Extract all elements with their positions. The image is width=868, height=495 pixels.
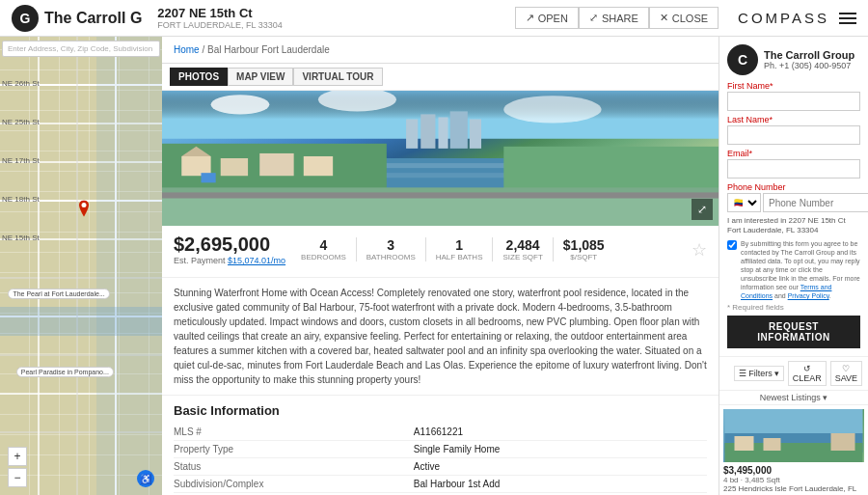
phone-field: Phone Number 🇨🇴 +57 — [727, 182, 860, 212]
svg-rect-24 — [450, 111, 468, 148]
consent-checkbox[interactable] — [727, 240, 737, 250]
phone-input[interactable] — [763, 193, 868, 212]
stat-bedrooms: 4 BEDROOMS — [301, 237, 357, 261]
agent-header: C The Carroll Group Ph. +1 (305) 400-950… — [727, 44, 860, 75]
sort-chevron-icon: ▾ — [823, 393, 827, 402]
svg-rect-45 — [831, 433, 855, 451]
photo-tabs: PHOTOS MAP VIEW VIRTUAL TOUR — [162, 64, 719, 91]
right-sidebar: C The Carroll Group Ph. +1 (305) 400-950… — [719, 37, 868, 495]
zoom-in-button[interactable]: + — [8, 447, 27, 466]
breadcrumb-home[interactable]: Home — [174, 44, 200, 55]
listing-stats: 4 bd · 3,485 Sqft — [723, 476, 864, 484]
map-label-ne17: NE 17th St — [2, 156, 40, 165]
main-content: NE 26th St NE 25th St NE 17th St NE 18th… — [0, 37, 868, 495]
aerial-photo — [162, 91, 719, 226]
tab-photos[interactable]: PHOTOS — [170, 68, 228, 86]
phone-row: 🇨🇴 +57 — [727, 193, 860, 212]
svg-rect-22 — [420, 114, 435, 148]
request-info-button[interactable]: REQUEST INFORMATION — [727, 316, 860, 348]
stat-half-baths: 1 HALF BATHS — [426, 237, 494, 261]
favorite-star-button[interactable]: ☆ — [692, 239, 707, 261]
interest-text: I am interested in 2207 NE 15th Ct Fort … — [727, 216, 860, 236]
header-address: 2207 NE 15th Ct FORT LAUDERDALE, FL 3330… — [157, 6, 514, 30]
basic-info-table: MLS # A11661221 Property Type Single Fam… — [174, 424, 707, 495]
info-row-mls: MLS # A11661221 — [174, 424, 707, 441]
svg-rect-14 — [96, 37, 162, 495]
sort-label: Newest Listings ▾ — [719, 391, 868, 405]
email-input[interactable] — [727, 159, 860, 179]
consent-text: By submitting this form you agree to be … — [741, 239, 860, 301]
map-panel: NE 26th St NE 25th St NE 17th St NE 18th… — [0, 37, 162, 495]
center-content: Home / Bal Harbour Fort Lauderdale PHOTO… — [162, 37, 719, 495]
save-search-button[interactable]: ♡ SAVE — [830, 361, 862, 386]
chevron-down-icon: ▾ — [774, 369, 779, 378]
zoom-out-button[interactable]: − — [8, 468, 27, 487]
map-poi-2: Pearl Paradise in Pompano... — [16, 367, 114, 377]
top-navigation: G The Carroll G 2207 NE 15th Ct FORT LAU… — [0, 0, 868, 37]
share-button[interactable]: ⤢ SHARE — [579, 7, 649, 29]
first-name-label: First Name* — [727, 81, 860, 91]
basic-info-section: Basic Information MLS # A11661221 Proper… — [162, 396, 719, 495]
header-address-line2: FORT LAUDERDALE, FL 33304 — [157, 20, 514, 30]
compass-label: COMPASS — [738, 10, 829, 26]
tab-map-view[interactable]: MAP VIEW — [228, 68, 293, 86]
tab-virtual-tour[interactable]: VIRTUAL TOUR — [293, 68, 382, 86]
hamburger-menu[interactable] — [839, 13, 856, 24]
svg-point-20 — [503, 96, 601, 123]
svg-point-18 — [211, 95, 270, 114]
open-icon: ↗ — [526, 12, 534, 24]
phone-label: Phone Number — [727, 182, 860, 192]
close-icon: ✕ — [660, 12, 668, 24]
map-pin-container — [76, 200, 92, 222]
compass-branding: COMPASS — [738, 10, 856, 26]
app-title: The Carroll G — [44, 10, 142, 27]
svg-rect-36 — [201, 173, 215, 182]
last-name-field: Last Name* — [727, 115, 860, 145]
svg-rect-38 — [162, 197, 719, 226]
svg-rect-31 — [181, 156, 210, 176]
expand-photo-button[interactable]: ⤢ — [692, 199, 713, 220]
filters-button[interactable]: ☰ Filters ▾ — [734, 366, 784, 381]
listing-card-image — [723, 409, 864, 462]
listing-card[interactable]: $3,495,000 4 bd · 3,485 Sqft 225 Hendric… — [719, 405, 868, 495]
breadcrumb: Home / Bal Harbour Fort Lauderdale — [174, 44, 330, 55]
save-icon: ♡ — [842, 364, 850, 373]
share-icon: ⤢ — [589, 12, 598, 24]
agent-name: The Carroll Group — [764, 49, 860, 61]
required-note: * Required fields — [727, 303, 860, 312]
map-background: NE 26th St NE 25th St NE 17th St NE 18th… — [0, 37, 162, 495]
map-search[interactable]: Enter Address, City, Zip Code, Subdivisi… — [2, 41, 160, 57]
open-button[interactable]: ↗ OPEN — [515, 7, 579, 29]
agent-logo: C — [727, 44, 758, 75]
agent-info: The Carroll Group Ph. +1 (305) 400-9507 — [764, 49, 860, 70]
map-label-ne25: NE 25th St — [2, 118, 40, 126]
map-pin-icon — [76, 200, 92, 219]
svg-point-15 — [82, 203, 87, 207]
listing-price: $3,495,000 — [723, 465, 864, 476]
privacy-link[interactable]: Privacy Policy — [788, 292, 829, 299]
map-label-ne18: NE 18th St — [2, 195, 40, 204]
aerial-svg — [162, 91, 719, 226]
svg-rect-21 — [406, 120, 418, 149]
property-details: $2,695,000 Est. Payment $15,074.01/mo 4 … — [162, 226, 719, 278]
map-roads-svg — [0, 37, 162, 495]
basic-info-title: Basic Information — [174, 403, 707, 418]
accessibility-icon[interactable]: ♿ — [137, 470, 154, 487]
logo-icon: G — [12, 5, 39, 32]
info-row-status: Status Active — [174, 458, 707, 476]
agent-card: C The Carroll Group Ph. +1 (305) 400-950… — [719, 37, 868, 357]
payment-link[interactable]: $15,074.01/mo — [228, 256, 285, 265]
info-row-subdivision: Subdivision/Complex Bal Harbour 1st Add — [174, 476, 707, 493]
close-button[interactable]: ✕ CLOSE — [649, 7, 719, 29]
stat-bathrooms: 3 BATHROOMS — [357, 237, 426, 261]
first-name-field: First Name* — [727, 81, 860, 111]
svg-rect-43 — [735, 436, 754, 451]
first-name-input[interactable] — [727, 92, 860, 111]
clear-button[interactable]: ↺ CLEAR — [788, 361, 827, 386]
map-label-ne26: NE 26th St — [2, 79, 40, 88]
phone-country-select[interactable]: 🇨🇴 +57 — [727, 193, 761, 212]
svg-rect-40 — [725, 409, 863, 433]
last-name-input[interactable] — [727, 125, 860, 145]
property-description: Stunning Waterfront Home with Ocean Acce… — [162, 278, 719, 396]
agent-phone: Ph. +1 (305) 400-9507 — [764, 61, 860, 70]
